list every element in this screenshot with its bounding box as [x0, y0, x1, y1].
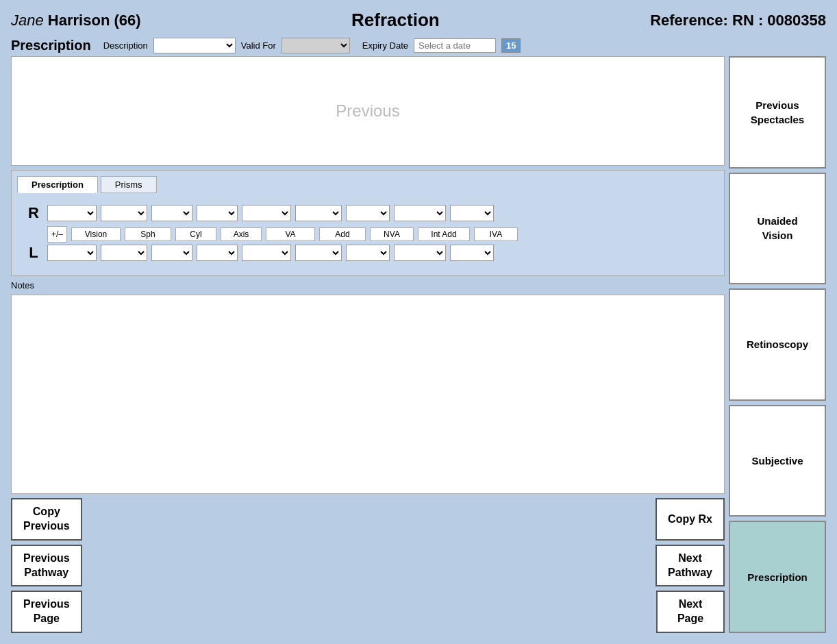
column-headers-row: +/– Vision Sph Cyl Axis VA Add NVA Int A…	[24, 226, 712, 243]
previous-page-button[interactable]: PreviousPage	[11, 591, 82, 633]
refraction-grid: R +/– Vision	[17, 200, 719, 270]
tab-prisms[interactable]: Prisms	[101, 176, 157, 193]
r-nva-select[interactable]	[346, 205, 390, 221]
r-va-select[interactable]	[242, 205, 291, 221]
col-axis: Axis	[221, 227, 262, 241]
l-cyl-select[interactable]	[151, 245, 192, 261]
r-sph-select[interactable]	[101, 205, 147, 221]
l-axis-select[interactable]	[197, 245, 238, 261]
notes-label: Notes	[11, 280, 725, 290]
expiry-label: Expiry Date	[362, 40, 408, 51]
btn-row-3: PreviousPage NextPage	[11, 591, 725, 633]
sidebar-subjective[interactable]: Subjective	[729, 405, 826, 517]
reference-number: Reference: RN : 0080358	[650, 12, 826, 29]
patient-full-name: Harrison (66)	[48, 12, 141, 29]
description-select[interactable]: Option1 Option2	[153, 38, 236, 53]
l-va-select[interactable]	[242, 245, 291, 261]
l-add-select[interactable]	[295, 245, 342, 261]
copy-previous-button[interactable]: CopyPrevious	[11, 498, 82, 541]
r-axis-select[interactable]	[197, 205, 238, 221]
col-iva: IVA	[474, 227, 518, 241]
col-va: VA	[266, 227, 315, 241]
l-intadd-select[interactable]	[394, 245, 446, 261]
notes-textarea[interactable]	[11, 295, 725, 494]
col-cyl: Cyl	[175, 227, 216, 241]
right-eye-label: R	[24, 204, 43, 222]
previous-box: Previous	[11, 56, 725, 166]
copy-rx-button[interactable]: Copy Rx	[655, 498, 725, 541]
tab-prescription[interactable]: Prescription	[17, 176, 98, 193]
r-add-select[interactable]	[295, 205, 342, 221]
patient-name: Jane Harrison (66)	[11, 12, 141, 29]
expiry-date-input[interactable]	[414, 38, 496, 53]
prescription-section-label: Prescription	[11, 38, 91, 53]
plusminus-button[interactable]: +/–	[47, 226, 67, 243]
l-vision-select[interactable]	[47, 245, 97, 261]
previous-pathway-button[interactable]: PreviousPathway	[11, 545, 82, 587]
tabs-row: Prescription Prisms	[17, 176, 719, 193]
sidebar-previous-spectacles[interactable]: PreviousSpectacles	[729, 56, 826, 169]
l-iva-select[interactable]	[450, 245, 494, 261]
patient-first-name: Jane	[11, 12, 44, 29]
header: Jane Harrison (66) Refraction Reference:…	[5, 5, 832, 35]
page-title: Refraction	[351, 10, 440, 31]
right-sidebar: PreviousSpectacles UnaidedVision Retinos…	[729, 56, 826, 633]
sidebar-retinoscopy[interactable]: Retinoscopy	[729, 288, 826, 401]
r-iva-select[interactable]	[450, 205, 494, 221]
next-pathway-button[interactable]: NextPathway	[655, 545, 725, 587]
col-intadd: Int Add	[418, 227, 470, 241]
col-add: Add	[319, 227, 366, 241]
col-sph: Sph	[125, 227, 171, 241]
btn-row-1: CopyPrevious Copy Rx	[11, 498, 725, 541]
notes-section: Notes	[11, 280, 725, 494]
l-nva-select[interactable]	[346, 245, 390, 261]
previous-placeholder: Previous	[336, 101, 399, 121]
left-eye-label: L	[24, 244, 43, 262]
main-panel: Previous Prescription Prisms R	[11, 56, 725, 633]
sidebar-unaided-vision[interactable]: UnaidedVision	[729, 173, 826, 285]
r-vision-select[interactable]	[47, 205, 97, 221]
refraction-area: Prescription Prisms R	[11, 170, 725, 276]
calendar-button[interactable]: 15	[501, 38, 521, 53]
left-eye-row: L	[24, 244, 712, 262]
sidebar-prescription[interactable]: Prescription	[729, 521, 826, 633]
description-label: Description	[103, 40, 148, 51]
next-page-button[interactable]: NextPage	[656, 591, 725, 633]
prescription-bar: Prescription Description Option1 Option2…	[5, 35, 832, 56]
buttons-area: CopyPrevious Copy Rx PreviousPathway Nex…	[11, 498, 725, 633]
btn-row-2: PreviousPathway NextPathway	[11, 545, 725, 587]
r-intadd-select[interactable]	[394, 205, 446, 221]
col-nva: NVA	[370, 227, 414, 241]
right-eye-row: R	[24, 204, 712, 222]
content-area: Previous Prescription Prisms R	[5, 56, 832, 639]
l-sph-select[interactable]	[101, 245, 147, 261]
col-vision: Vision	[71, 227, 121, 241]
valid-for-label: Valid For	[241, 40, 276, 51]
valid-for-select[interactable]: 1 year 2 years	[282, 38, 350, 53]
r-cyl-select[interactable]	[151, 205, 192, 221]
